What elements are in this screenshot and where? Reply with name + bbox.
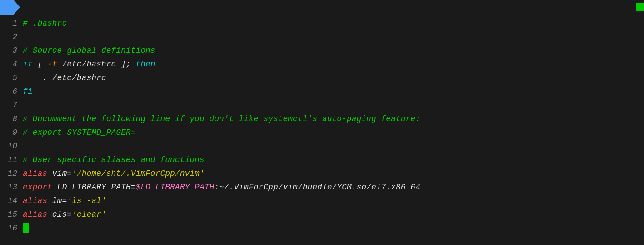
token: alias <box>23 169 47 178</box>
token: alias <box>23 196 47 205</box>
code-line: alias vim='/home/sht/.VimForCpp/nvim' <box>23 167 644 180</box>
line-number: 5 <box>4 71 17 85</box>
token: '/home/sht/.VimForCpp/nvim' <box>72 169 205 178</box>
code-line: export LD_LIBRARY_PATH=$LD_LIBRARY_PATH:… <box>23 180 644 194</box>
token: # .bashrc <box>23 19 67 28</box>
code-line <box>23 30 644 44</box>
token: # Uncomment the following line if you do… <box>23 114 420 123</box>
code-line: . /etc/bashrc <box>23 71 644 85</box>
code-content[interactable]: # .bashrc # Source global definitionsif … <box>23 15 644 245</box>
tab-indicator <box>636 3 644 11</box>
line-number: 14 <box>4 194 17 208</box>
token: 'clear' <box>72 210 106 219</box>
line-number: 16 <box>4 221 17 235</box>
code-line: # .bashrc <box>23 16 644 30</box>
code-line: fi <box>23 85 644 98</box>
line-number: 2 <box>4 30 17 44</box>
code-line: # export SYSTEMD_PAGER= <box>23 126 644 139</box>
code-line: alias lm='ls -al' <box>23 194 644 208</box>
line-number: 6 <box>4 85 17 98</box>
code-line: # Source global definitions <box>23 44 644 57</box>
line-number: 8 <box>4 112 17 126</box>
token: export <box>23 183 52 192</box>
editor-container: 12345678910111213141516 # .bashrc # Sour… <box>0 0 644 245</box>
active-tab[interactable] <box>0 0 20 15</box>
token: 'ls -al' <box>67 196 106 205</box>
token: lm= <box>47 196 67 205</box>
line-numbers: 12345678910111213141516 <box>0 15 23 245</box>
token: then <box>135 60 155 69</box>
cursor-block <box>23 223 29 233</box>
token: if <box>23 60 33 69</box>
line-number: 7 <box>4 98 17 112</box>
line-number: 13 <box>4 180 17 194</box>
code-line: alias cls='clear' <box>23 208 644 221</box>
code-line: if [ -f /etc/bashrc ]; then <box>23 57 644 71</box>
token: alias <box>23 210 47 219</box>
token: /etc/bashrc ]; <box>57 60 136 69</box>
code-line: # User specific aliases and functions <box>23 153 644 167</box>
token: $LD_LIBRARY_PATH <box>135 183 214 192</box>
tab-bar <box>0 0 644 15</box>
code-area: 12345678910111213141516 # .bashrc # Sour… <box>0 15 644 245</box>
line-number: 15 <box>4 208 17 221</box>
line-number: 1 <box>4 16 17 30</box>
token: vim= <box>47 169 72 178</box>
token: # export SYSTEMD_PAGER= <box>23 128 135 137</box>
code-line <box>23 98 644 112</box>
code-line <box>23 221 644 235</box>
token: -f <box>47 60 57 69</box>
line-number: 9 <box>4 126 17 139</box>
token: fi <box>23 87 33 96</box>
line-number: 12 <box>4 167 17 180</box>
line-number: 4 <box>4 57 17 71</box>
code-line: # Uncomment the following line if you do… <box>23 112 644 126</box>
line-number: 3 <box>4 44 17 57</box>
code-line <box>23 139 644 153</box>
line-number: 11 <box>4 153 17 167</box>
token: [ <box>33 60 47 69</box>
token: . /etc/bashrc <box>23 73 106 82</box>
token: # Source global definitions <box>23 46 155 55</box>
line-number: 10 <box>4 139 17 153</box>
token: cls= <box>47 210 72 219</box>
token: # User specific aliases and functions <box>23 155 205 164</box>
token: LD_LIBRARY_PATH= <box>52 183 136 192</box>
token: :~/.VimForCpp/vim/bundle/YCM.so/el7.x86_… <box>214 183 420 192</box>
